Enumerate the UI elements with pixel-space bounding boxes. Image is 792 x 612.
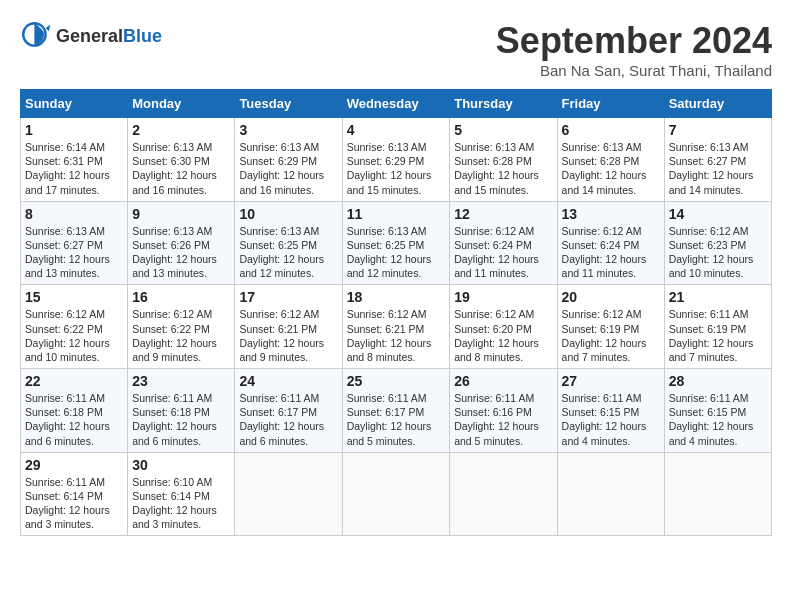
day-info: Sunrise: 6:13 AM Sunset: 6:29 PM Dayligh… [347,140,446,197]
table-row: 23Sunrise: 6:11 AM Sunset: 6:18 PM Dayli… [128,369,235,453]
day-number: 22 [25,373,123,389]
day-number: 11 [347,206,446,222]
calendar-week-row: 29Sunrise: 6:11 AM Sunset: 6:14 PM Dayli… [21,452,772,536]
day-info: Sunrise: 6:13 AM Sunset: 6:28 PM Dayligh… [454,140,552,197]
table-row: 17Sunrise: 6:12 AM Sunset: 6:21 PM Dayli… [235,285,342,369]
table-row [557,452,664,536]
day-number: 16 [132,289,230,305]
day-number: 29 [25,457,123,473]
day-info: Sunrise: 6:12 AM Sunset: 6:21 PM Dayligh… [239,307,337,364]
table-row: 21Sunrise: 6:11 AM Sunset: 6:19 PM Dayli… [664,285,771,369]
day-number: 1 [25,122,123,138]
day-info: Sunrise: 6:12 AM Sunset: 6:19 PM Dayligh… [562,307,660,364]
table-row: 24Sunrise: 6:11 AM Sunset: 6:17 PM Dayli… [235,369,342,453]
table-row: 5Sunrise: 6:13 AM Sunset: 6:28 PM Daylig… [450,118,557,202]
day-number: 5 [454,122,552,138]
day-number: 30 [132,457,230,473]
day-info: Sunrise: 6:11 AM Sunset: 6:17 PM Dayligh… [347,391,446,448]
calendar-week-row: 1Sunrise: 6:14 AM Sunset: 6:31 PM Daylig… [21,118,772,202]
day-info: Sunrise: 6:11 AM Sunset: 6:15 PM Dayligh… [562,391,660,448]
table-row [450,452,557,536]
table-row [235,452,342,536]
day-number: 15 [25,289,123,305]
calendar-table: Sunday Monday Tuesday Wednesday Thursday… [20,89,772,536]
table-row: 11Sunrise: 6:13 AM Sunset: 6:25 PM Dayli… [342,201,450,285]
col-monday: Monday [128,90,235,118]
day-info: Sunrise: 6:12 AM Sunset: 6:20 PM Dayligh… [454,307,552,364]
title-section: September 2024 Ban Na San, Surat Thani, … [496,20,772,79]
day-info: Sunrise: 6:12 AM Sunset: 6:23 PM Dayligh… [669,224,767,281]
table-row: 7Sunrise: 6:13 AM Sunset: 6:27 PM Daylig… [664,118,771,202]
day-number: 18 [347,289,446,305]
day-number: 6 [562,122,660,138]
day-info: Sunrise: 6:13 AM Sunset: 6:28 PM Dayligh… [562,140,660,197]
day-number: 3 [239,122,337,138]
day-info: Sunrise: 6:13 AM Sunset: 6:25 PM Dayligh… [239,224,337,281]
table-row: 2Sunrise: 6:13 AM Sunset: 6:30 PM Daylig… [128,118,235,202]
table-row: 20Sunrise: 6:12 AM Sunset: 6:19 PM Dayli… [557,285,664,369]
table-row: 29Sunrise: 6:11 AM Sunset: 6:14 PM Dayli… [21,452,128,536]
day-info: Sunrise: 6:12 AM Sunset: 6:22 PM Dayligh… [132,307,230,364]
day-number: 4 [347,122,446,138]
table-row [342,452,450,536]
table-row: 6Sunrise: 6:13 AM Sunset: 6:28 PM Daylig… [557,118,664,202]
day-number: 10 [239,206,337,222]
logo-blue-text: Blue [123,26,162,46]
col-friday: Friday [557,90,664,118]
table-row: 28Sunrise: 6:11 AM Sunset: 6:15 PM Dayli… [664,369,771,453]
day-number: 17 [239,289,337,305]
day-number: 28 [669,373,767,389]
day-info: Sunrise: 6:13 AM Sunset: 6:29 PM Dayligh… [239,140,337,197]
table-row: 12Sunrise: 6:12 AM Sunset: 6:24 PM Dayli… [450,201,557,285]
col-thursday: Thursday [450,90,557,118]
day-number: 21 [669,289,767,305]
table-row: 30Sunrise: 6:10 AM Sunset: 6:14 PM Dayli… [128,452,235,536]
day-info: Sunrise: 6:10 AM Sunset: 6:14 PM Dayligh… [132,475,230,532]
day-number: 23 [132,373,230,389]
day-info: Sunrise: 6:11 AM Sunset: 6:14 PM Dayligh… [25,475,123,532]
header: GeneralBlue September 2024 Ban Na San, S… [20,20,772,79]
logo-icon [20,20,52,52]
day-number: 27 [562,373,660,389]
day-info: Sunrise: 6:12 AM Sunset: 6:21 PM Dayligh… [347,307,446,364]
day-info: Sunrise: 6:12 AM Sunset: 6:24 PM Dayligh… [454,224,552,281]
table-row: 1Sunrise: 6:14 AM Sunset: 6:31 PM Daylig… [21,118,128,202]
table-row: 13Sunrise: 6:12 AM Sunset: 6:24 PM Dayli… [557,201,664,285]
table-row: 14Sunrise: 6:12 AM Sunset: 6:23 PM Dayli… [664,201,771,285]
day-info: Sunrise: 6:13 AM Sunset: 6:27 PM Dayligh… [669,140,767,197]
day-info: Sunrise: 6:12 AM Sunset: 6:22 PM Dayligh… [25,307,123,364]
table-row: 4Sunrise: 6:13 AM Sunset: 6:29 PM Daylig… [342,118,450,202]
col-wednesday: Wednesday [342,90,450,118]
logo: GeneralBlue [20,20,162,52]
day-number: 24 [239,373,337,389]
day-info: Sunrise: 6:13 AM Sunset: 6:26 PM Dayligh… [132,224,230,281]
day-number: 7 [669,122,767,138]
col-sunday: Sunday [21,90,128,118]
day-info: Sunrise: 6:11 AM Sunset: 6:15 PM Dayligh… [669,391,767,448]
table-row: 19Sunrise: 6:12 AM Sunset: 6:20 PM Dayli… [450,285,557,369]
table-row: 16Sunrise: 6:12 AM Sunset: 6:22 PM Dayli… [128,285,235,369]
table-row: 3Sunrise: 6:13 AM Sunset: 6:29 PM Daylig… [235,118,342,202]
table-row: 25Sunrise: 6:11 AM Sunset: 6:17 PM Dayli… [342,369,450,453]
table-row: 10Sunrise: 6:13 AM Sunset: 6:25 PM Dayli… [235,201,342,285]
day-info: Sunrise: 6:12 AM Sunset: 6:24 PM Dayligh… [562,224,660,281]
day-info: Sunrise: 6:13 AM Sunset: 6:27 PM Dayligh… [25,224,123,281]
table-row: 8Sunrise: 6:13 AM Sunset: 6:27 PM Daylig… [21,201,128,285]
day-info: Sunrise: 6:13 AM Sunset: 6:25 PM Dayligh… [347,224,446,281]
calendar-week-row: 15Sunrise: 6:12 AM Sunset: 6:22 PM Dayli… [21,285,772,369]
day-info: Sunrise: 6:11 AM Sunset: 6:16 PM Dayligh… [454,391,552,448]
day-number: 19 [454,289,552,305]
day-number: 14 [669,206,767,222]
col-saturday: Saturday [664,90,771,118]
day-number: 8 [25,206,123,222]
day-number: 9 [132,206,230,222]
table-row: 18Sunrise: 6:12 AM Sunset: 6:21 PM Dayli… [342,285,450,369]
day-info: Sunrise: 6:11 AM Sunset: 6:19 PM Dayligh… [669,307,767,364]
day-number: 2 [132,122,230,138]
table-row [664,452,771,536]
day-number: 26 [454,373,552,389]
day-info: Sunrise: 6:14 AM Sunset: 6:31 PM Dayligh… [25,140,123,197]
col-tuesday: Tuesday [235,90,342,118]
month-title: September 2024 [496,20,772,62]
day-number: 25 [347,373,446,389]
